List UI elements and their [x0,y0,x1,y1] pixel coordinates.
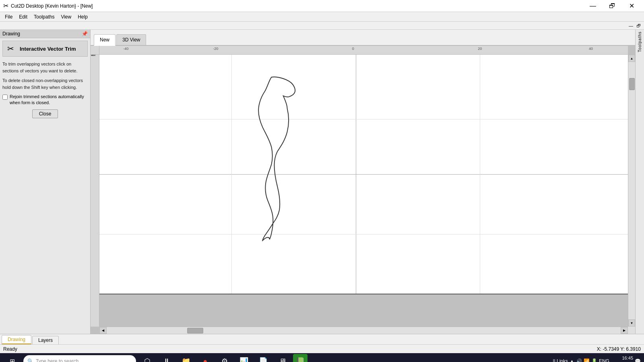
taskbar-icons: ⬡ ⏸ 📁 ● ⚙ 📊 📄 🖥 📗 [138,353,308,362]
system-tray: || Links ▲ 🔊 📶 🔋 ENG 16:45 08/06/2021 💬 [553,355,641,362]
status-text: Ready [3,346,17,352]
canvas-with-rulers: -40 -20 0 20 40 20 10 0 -10 -20 [91,46,635,334]
menu-view[interactable]: View [58,13,74,21]
tab-new[interactable]: New [94,34,116,46]
systray-wifi[interactable]: 📶 [584,358,590,362]
ruler-horizontal: -40 -20 0 20 40 [99,46,628,55]
canvas-area[interactable] [99,55,628,327]
clock[interactable]: 16:45 08/06/2021 [611,355,633,362]
scroll-right-button[interactable]: ▶ [621,327,628,334]
systray-links: || Links [553,358,568,362]
taskbar-icon-store[interactable]: 🖥 [274,353,291,362]
ruler-h-label-40: -40 [123,47,128,51]
taskbar-icon-folder[interactable]: 📁 [177,353,195,362]
trim-tool-icon: ✂ [4,43,17,55]
start-button[interactable]: ⊞ [3,353,21,362]
search-bar[interactable]: 🔍 Type here to search [23,355,136,362]
rejoin-label: Rejoin trimmed sections automatically wh… [10,94,88,106]
ruler-vertical: 20 10 0 -10 -20 [91,55,99,327]
taskbar: ⊞ 🔍 Type here to search ⬡ ⏸ 📁 ● ⚙ 📊 📄 🖥 … [0,353,644,362]
tab-3d-view[interactable]: 3D View [116,34,146,45]
grid-v-1 [231,55,232,294]
below-canvas-area [99,294,628,327]
scroll-down-button[interactable]: ▼ [628,319,635,327]
horizontal-scroll-thumb[interactable] [187,328,203,333]
grid-h-2 [99,234,628,234]
right-toolbox: Toolpaths [635,30,644,334]
minimize-button[interactable]: — [584,0,602,12]
bird-vector-shape[interactable] [238,73,309,242]
ruler-h-label-40p: 40 [589,47,593,51]
vertical-scrollbar[interactable]: ▲ ▼ [628,55,635,327]
clock-time: 16:45 [611,355,633,361]
canvas-container: New 3D View -40 -20 0 20 40 [91,30,635,334]
taskbar-icon-cut2d[interactable]: 📗 [293,354,308,362]
tool-title: Interactive Vector Trim [20,46,76,52]
scrollbar-corner [628,327,635,334]
scroll-left-button[interactable]: ◀ [99,327,107,334]
axis-horizontal [99,174,628,175]
menu-edit[interactable]: Edit [16,13,31,21]
grid-h-1 [99,119,628,119]
rejoin-checkbox[interactable] [2,95,8,100]
ruler-h-label-20p: 20 [478,47,482,51]
menu-toolpaths[interactable]: Toolpaths [31,13,58,21]
tabs-bar: New 3D View [91,30,635,46]
left-panel: Drawing 📌 ✂ Interactive Vector Trim To t… [0,30,91,334]
toolbox-label: Toolpaths [638,31,642,52]
systray-volume[interactable]: 🔊 [576,358,582,362]
systray-battery[interactable]: 🔋 [591,358,597,362]
menu-file[interactable]: File [2,13,16,21]
panel-title: Drawing [2,31,20,37]
taskbar-icon-calculator[interactable]: 📊 [235,353,253,362]
panel-header: Drawing 📌 [0,30,90,38]
close-panel-button[interactable]: Close [32,109,58,118]
title-bar: ✂ Cut2D Desktop {Kevin Harton} - [New] —… [0,0,644,12]
restore-maximize-button[interactable]: 🗗 [635,23,642,28]
search-icon: 🔍 [27,358,33,362]
grid-v-2 [480,55,480,294]
taskbar-icon-1[interactable]: ⬡ [138,353,156,362]
taskbar-icon-2[interactable]: ⏸ [158,353,175,362]
search-placeholder: Type here to search [36,358,78,362]
ruler-h-content: -40 -20 0 20 40 [99,46,628,54]
coordinates-display: X: -5.7349 Y: 6.3910 [597,346,641,352]
horizontal-scrollbar[interactable]: ◀ ▶ [99,327,628,334]
taskbar-icon-chrome[interactable]: ● [196,353,214,362]
notification-icon[interactable]: 💬 [635,358,641,362]
title-bar-controls: — 🗗 ✕ [584,0,641,12]
ruler-v-label-20n: -20 [91,55,96,57]
pin-icon[interactable]: 📌 [82,31,88,37]
rejoin-checkbox-row: Rejoin trimmed sections automatically wh… [2,94,88,106]
restore-minimize-button[interactable]: — [627,23,635,28]
systray-arrow[interactable]: ▲ [570,358,574,362]
systray-lang: ENG [599,358,609,362]
app-icon: ✂ [3,2,8,10]
close-button[interactable]: ✕ [622,0,641,12]
ruler-h-label-20: -20 [213,47,218,51]
tool-description-2: To delete closed non-overlapping vectors… [2,77,88,90]
bottom-tab-drawing[interactable]: Drawing [2,335,31,344]
restore-bar: — 🗗 [0,22,644,30]
title-bar-left: ✂ Cut2D Desktop {Kevin Harton} - [New] [3,2,93,10]
window-title: Cut2D Desktop {Kevin Harton} - [New] [11,3,93,9]
taskbar-icon-file[interactable]: 📄 [254,353,272,362]
bottom-tab-layers[interactable]: Layers [32,336,59,344]
panel-content: ✂ Interactive Vector Trim To trim overla… [0,38,90,334]
status-bar: Ready X: -5.7349 Y: 6.3910 [0,344,644,353]
ruler-corner [91,46,99,55]
drawing-canvas[interactable] [99,55,628,294]
maximize-button[interactable]: 🗗 [603,0,621,12]
menu-bar: File Edit Toolpaths View Help [0,12,644,22]
ruler-h-label-0: 0 [352,47,354,51]
main-layout: Drawing 📌 ✂ Interactive Vector Trim To t… [0,30,644,334]
tool-description-1: To trim overlapping vectors click on sec… [2,61,88,74]
vertical-scroll-thumb[interactable] [629,78,635,90]
tool-header: ✂ Interactive Vector Trim [2,41,88,57]
scroll-up-button[interactable]: ▲ [628,55,635,62]
bottom-tabs: Drawing Layers [0,334,644,344]
taskbar-icon-settings[interactable]: ⚙ [216,353,233,362]
menu-help[interactable]: Help [74,13,91,21]
